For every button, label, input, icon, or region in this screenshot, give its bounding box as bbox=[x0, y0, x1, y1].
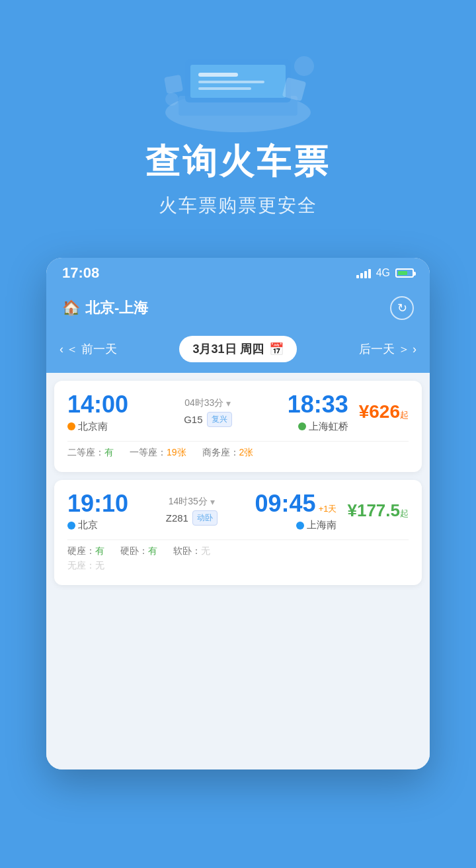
train-badge-2: 动卧 bbox=[192, 510, 218, 526]
arrival-station-name: 上海虹桥 bbox=[309, 420, 348, 433]
seat-hard-sleeper-value: 有 bbox=[148, 545, 157, 556]
price-suffix: 起 bbox=[400, 410, 409, 420]
train-number-row-2: Z281 动卧 bbox=[166, 510, 218, 526]
route-text: 北京-上海 bbox=[85, 298, 148, 318]
svg-point-9 bbox=[294, 56, 314, 76]
svg-rect-5 bbox=[198, 81, 264, 83]
arrival-time-2: 09:45 bbox=[255, 491, 316, 517]
hero-title: 查询火车票 bbox=[145, 139, 331, 185]
date-navigation: ‹ ＜ 前一天 3月31日 周四 📅 后一天 ＞ › bbox=[46, 328, 430, 373]
arrival-time: 18:33 bbox=[288, 391, 348, 418]
phone-mockup: 17:08 4G 🏠 北京-上海 ↻ ‹ ＜ 前一天 bbox=[46, 258, 430, 769]
hero-subtitle: 火车票购票更安全 bbox=[159, 193, 317, 218]
seat-second-class: 二等座：有 bbox=[67, 447, 114, 459]
arrival-info: 18:33 上海虹桥 bbox=[288, 391, 348, 433]
train-main-info-2: 19:10 北京 14时35分 ▾ Z281 动卧 bbox=[67, 491, 409, 532]
price-amount: ¥626 bbox=[359, 401, 400, 422]
arrival-station-name-2: 上海南 bbox=[307, 519, 337, 532]
arrow-icon-2: ▾ bbox=[210, 496, 215, 507]
svg-point-10 bbox=[165, 93, 178, 106]
arrival-station: 上海虹桥 bbox=[288, 420, 348, 433]
seat-info-1: 二等座：有 一等座：19张 商务座：2张 bbox=[67, 447, 409, 461]
next-day-button[interactable]: 后一天 ＞ › bbox=[359, 341, 416, 357]
status-time: 17:08 bbox=[62, 264, 99, 282]
arrival-station-2: 上海南 bbox=[255, 519, 337, 532]
departure-station: 北京南 bbox=[67, 420, 128, 433]
calendar-icon: 📅 bbox=[269, 342, 284, 356]
departure-time: 14:00 bbox=[67, 391, 128, 418]
train-number-2: Z281 bbox=[166, 512, 188, 524]
departure-station-2: 北京 bbox=[67, 519, 128, 532]
home-icon: 🏠 bbox=[62, 299, 80, 317]
seat-info-2: 硬座：有 硬卧：有 软卧：无 bbox=[67, 545, 409, 560]
price-display-2: ¥177.5起 bbox=[347, 500, 409, 521]
seat-business-value: 2张 bbox=[239, 447, 254, 457]
train-card-2[interactable]: 19:10 北京 14时35分 ▾ Z281 动卧 bbox=[54, 480, 422, 586]
station-indicator bbox=[67, 422, 75, 430]
status-icons: 4G bbox=[356, 267, 414, 279]
seat-first-value: 19张 bbox=[167, 447, 186, 457]
refresh-icon: ↻ bbox=[397, 301, 407, 315]
train-number-row: G15 复兴 bbox=[184, 412, 231, 427]
svg-rect-6 bbox=[198, 87, 251, 90]
price-suffix-2: 起 bbox=[400, 508, 409, 518]
arrival-indicator-2 bbox=[296, 522, 304, 530]
station-indicator-2 bbox=[67, 522, 75, 530]
train-price: ¥626起 bbox=[359, 401, 409, 422]
date-picker[interactable]: 3月31日 周四 📅 bbox=[179, 336, 296, 362]
refresh-button[interactable]: ↻ bbox=[390, 296, 414, 320]
duration-text: 04时33分 bbox=[184, 397, 223, 409]
seat-no-seat: 无座：无 bbox=[67, 560, 104, 572]
departure-info-2: 19:10 北京 bbox=[67, 491, 128, 532]
seat-soft-sleeper: 软卧：无 bbox=[173, 545, 210, 557]
departure-time-2: 19:10 bbox=[67, 491, 128, 517]
nav-bar: 🏠 北京-上海 ↻ bbox=[46, 288, 430, 328]
arrival-info-2: 09:45 +1天 上海南 bbox=[255, 491, 337, 532]
card-divider-2 bbox=[67, 539, 409, 540]
next-day-label: 后一天 ＞ bbox=[359, 341, 410, 357]
departure-station-name: 北京南 bbox=[78, 420, 108, 433]
chevron-right-icon: › bbox=[413, 342, 416, 356]
seat-hard: 硬座：有 bbox=[67, 545, 104, 557]
price-display: ¥626起 bbox=[359, 401, 409, 422]
arrival-station-indicator bbox=[298, 422, 306, 430]
duration: 04时33分 ▾ bbox=[184, 397, 231, 409]
prev-day-button[interactable]: ‹ ＜ 前一天 bbox=[60, 341, 117, 357]
duration-2: 14时35分 ▾ bbox=[169, 496, 215, 508]
train-middle-info: 04时33分 ▾ G15 复兴 bbox=[128, 397, 288, 427]
svg-rect-4 bbox=[198, 73, 238, 77]
nav-route: 🏠 北京-上海 bbox=[62, 298, 148, 318]
duration-text-2: 14时35分 bbox=[169, 496, 208, 508]
seat-hard-sleeper: 硬卧：有 bbox=[120, 545, 157, 557]
battery-fill bbox=[398, 271, 407, 275]
signal-label: 4G bbox=[376, 267, 390, 279]
train-card-1[interactable]: 14:00 北京南 04时33分 ▾ G15 复兴 bbox=[54, 381, 422, 472]
status-bar: 17:08 4G bbox=[46, 258, 430, 288]
departure-info: 14:00 北京南 bbox=[67, 391, 128, 433]
seat-hard-value: 有 bbox=[95, 545, 104, 556]
train-badge: 复兴 bbox=[207, 412, 232, 427]
hero-illustration bbox=[139, 40, 337, 139]
card-divider bbox=[67, 441, 409, 442]
seat-second-value: 有 bbox=[104, 447, 114, 457]
seat-info-2b: 无座：无 bbox=[67, 560, 409, 574]
arrow-icon: ▾ bbox=[226, 398, 231, 409]
train-price-2: ¥177.5起 bbox=[347, 500, 409, 521]
seat-no-value: 无 bbox=[95, 560, 104, 571]
prev-day-label: ＜ 前一天 bbox=[66, 341, 117, 357]
next-day-label: +1天 bbox=[319, 503, 337, 515]
seat-first-class: 一等座：19张 bbox=[130, 447, 186, 459]
price-amount-2: ¥177.5 bbox=[347, 500, 400, 520]
battery-icon bbox=[395, 268, 414, 278]
train-middle-info-2: 14时35分 ▾ Z281 动卧 bbox=[128, 496, 255, 526]
chevron-left-icon: ‹ bbox=[60, 342, 63, 356]
svg-rect-8 bbox=[164, 75, 183, 94]
train-list: 14:00 北京南 04时33分 ▾ G15 复兴 bbox=[46, 373, 430, 769]
seat-soft-sleeper-value: 无 bbox=[201, 545, 210, 556]
train-main-info: 14:00 北京南 04时33分 ▾ G15 复兴 bbox=[67, 391, 409, 433]
signal-icon bbox=[356, 268, 371, 278]
train-number: G15 bbox=[184, 414, 202, 425]
departure-station-name-2: 北京 bbox=[78, 519, 98, 532]
date-text: 3月31日 周四 bbox=[192, 341, 263, 357]
seat-business: 商务座：2张 bbox=[202, 447, 254, 459]
